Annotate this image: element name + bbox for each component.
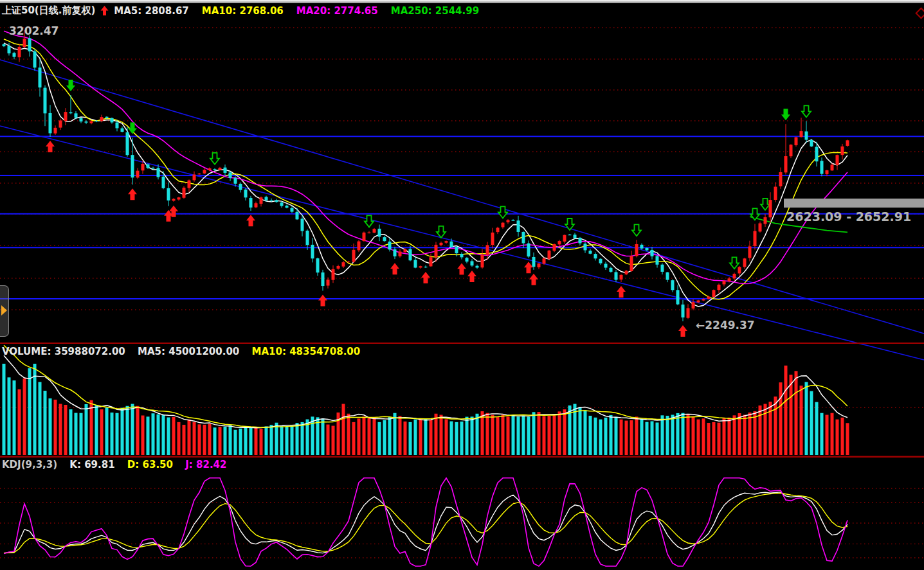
candle[interactable] — [49, 105, 52, 137]
sidebar-expand-handle[interactable] — [0, 285, 9, 337]
candle[interactable] — [620, 274, 623, 282]
volume-bar[interactable] — [3, 364, 6, 455]
volume-bar[interactable] — [198, 424, 201, 455]
volume-bar[interactable] — [332, 426, 335, 455]
candle[interactable] — [419, 265, 422, 269]
volume-bar[interactable] — [707, 423, 711, 455]
volume-bar[interactable] — [111, 413, 114, 455]
volume-bar[interactable] — [481, 411, 484, 455]
candle[interactable] — [579, 237, 582, 245]
volume-bar[interactable] — [69, 409, 73, 455]
candle[interactable] — [476, 265, 479, 269]
volume-bar[interactable] — [409, 422, 412, 455]
volume-bar[interactable] — [270, 425, 273, 455]
candle[interactable] — [754, 224, 757, 249]
volume-bar[interactable] — [496, 417, 500, 455]
candle[interactable] — [121, 127, 124, 132]
volume-bar[interactable] — [805, 382, 808, 455]
volume-bar[interactable] — [676, 413, 680, 455]
candle[interactable] — [198, 173, 201, 175]
volume-bar[interactable] — [363, 416, 366, 455]
candle[interactable] — [779, 168, 783, 189]
volume-bar[interactable] — [532, 412, 536, 455]
candle[interactable] — [33, 49, 37, 70]
candle[interactable] — [378, 225, 381, 242]
candle[interactable] — [430, 254, 433, 267]
candle[interactable] — [471, 259, 474, 267]
candle[interactable] — [723, 280, 726, 287]
volume-bar[interactable] — [620, 420, 623, 455]
volume-bar[interactable] — [460, 422, 464, 455]
candle[interactable] — [599, 258, 602, 265]
volume-bar[interactable] — [435, 414, 438, 455]
candle[interactable] — [260, 197, 263, 207]
candle[interactable] — [306, 229, 309, 250]
candle[interactable] — [687, 304, 690, 319]
volume-bar[interactable] — [553, 415, 556, 455]
volume-bar[interactable] — [820, 413, 824, 455]
volume-bar[interactable] — [18, 389, 21, 455]
volume-bar[interactable] — [733, 415, 736, 455]
volume-bar[interactable] — [718, 423, 721, 455]
volume-bar[interactable] — [430, 420, 433, 455]
candle[interactable] — [368, 231, 371, 233]
volume-bar[interactable] — [49, 398, 52, 455]
volume-bar[interactable] — [105, 407, 109, 455]
candle[interactable] — [13, 52, 16, 60]
volume-bar[interactable] — [193, 422, 196, 455]
volume-bar[interactable] — [342, 404, 345, 455]
trend-line[interactable] — [0, 60, 924, 334]
candle[interactable] — [332, 265, 335, 283]
candle[interactable] — [460, 252, 464, 259]
volume-bar[interactable] — [748, 413, 752, 455]
candle[interactable] — [563, 235, 566, 244]
volume-bar[interactable] — [790, 375, 793, 455]
volume-bar[interactable] — [579, 407, 582, 455]
candle[interactable] — [538, 263, 541, 269]
candle[interactable] — [59, 119, 62, 130]
candle[interactable] — [147, 164, 150, 169]
volume-bar[interactable] — [743, 415, 747, 455]
candle[interactable] — [285, 204, 289, 208]
volume-bar[interactable] — [846, 423, 849, 455]
volume-bar[interactable] — [44, 391, 47, 455]
volume-bar[interactable] — [301, 422, 304, 455]
candle[interactable] — [337, 265, 340, 270]
candle[interactable] — [249, 196, 253, 211]
candle[interactable] — [574, 233, 577, 238]
volume-bar[interactable] — [640, 419, 644, 455]
volume-bar[interactable] — [100, 409, 104, 455]
volume-bar[interactable] — [280, 426, 284, 455]
candle[interactable] — [409, 246, 412, 262]
candle[interactable] — [558, 240, 561, 246]
volume-bar[interactable] — [8, 377, 11, 455]
volume-bar[interactable] — [697, 420, 700, 455]
volume-bar[interactable] — [517, 416, 520, 455]
candle[interactable] — [388, 238, 392, 252]
volume-bar[interactable] — [239, 429, 242, 455]
volume-bar[interactable] — [754, 411, 757, 455]
volume-bar[interactable] — [378, 422, 381, 455]
volume-bar[interactable] — [224, 427, 227, 455]
volume-bar[interactable] — [260, 429, 263, 455]
volume-bar[interactable] — [784, 366, 788, 455]
volume-bar[interactable] — [841, 418, 844, 455]
candle[interactable] — [831, 163, 834, 171]
candle[interactable] — [414, 257, 417, 269]
candle[interactable] — [502, 222, 505, 228]
volume-bar[interactable] — [471, 416, 474, 455]
candle[interactable] — [527, 240, 530, 258]
candle[interactable] — [383, 236, 386, 242]
candle[interactable] — [790, 144, 793, 158]
volume-bar[interactable] — [219, 427, 222, 455]
candle[interactable] — [54, 125, 57, 135]
volume-bar[interactable] — [229, 425, 232, 455]
volume-bar[interactable] — [831, 413, 834, 455]
candle[interactable] — [394, 247, 397, 259]
volume-bar[interactable] — [59, 404, 62, 455]
candle[interactable] — [604, 262, 608, 270]
volume-bar[interactable] — [738, 413, 741, 455]
volume-bar[interactable] — [795, 371, 798, 455]
volume-bar[interactable] — [615, 417, 618, 455]
volume-bar[interactable] — [265, 426, 268, 455]
